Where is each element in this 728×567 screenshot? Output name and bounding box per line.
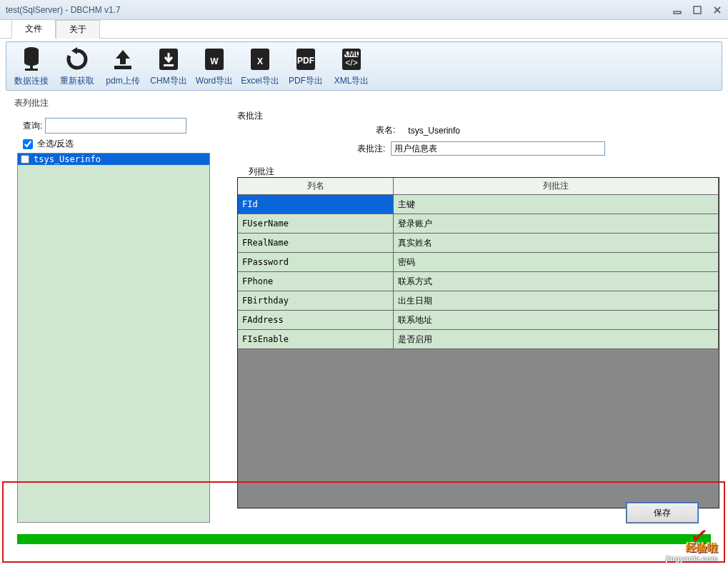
column-name-cell[interactable]: FAddress (238, 311, 394, 330)
column-comment-cell[interactable]: 出生日期 (394, 291, 719, 311)
table-item-checkbox[interactable] (21, 155, 29, 164)
column-row[interactable]: FRealName真实姓名 (238, 234, 719, 253)
query-input[interactable] (45, 118, 186, 134)
selectall-label: 全选/反选 (37, 138, 74, 150)
left-group-label: 表列批注 (14, 97, 49, 109)
table-list[interactable]: tsys_Userinfo (17, 153, 210, 523)
menu-tabs: 文件 关于 (0, 20, 728, 39)
table-item-name: tsys_Userinfo (34, 154, 101, 164)
title-bar: test(SqlServer) - DBCHM v1.7 (0, 0, 728, 20)
tool-label: Excel导出 (241, 75, 279, 87)
column-name-cell[interactable]: FBirthday (238, 291, 394, 311)
column-comment-cell[interactable]: 是否启用 (394, 330, 719, 349)
table-comment-group-label: 表批注 (237, 110, 263, 122)
tool-label: 数据连接 (14, 75, 49, 87)
refresh-button[interactable]: 重新获取 (56, 45, 98, 87)
column-comment-cell[interactable]: 联系地址 (394, 311, 719, 330)
upload-icon (109, 45, 137, 74)
xml-export-button[interactable]: XML</> XML导出 (331, 45, 372, 87)
word-icon: W (200, 45, 229, 74)
column-comment-cell[interactable]: 主键 (394, 195, 719, 214)
table-comment-input[interactable] (391, 141, 605, 156)
status-bar (17, 534, 711, 544)
svg-text:XML: XML (342, 49, 360, 59)
column-row[interactable]: FPhone联系方式 (238, 272, 719, 291)
table-name-label: 表名: (376, 124, 395, 136)
column-row[interactable]: FPassword密码 (238, 253, 719, 272)
column-name-cell[interactable]: FUserName (238, 214, 394, 234)
excel-icon: X (246, 45, 274, 74)
svg-text:X: X (257, 56, 263, 66)
tab-about[interactable]: 关于 (56, 20, 100, 39)
column-name-cell[interactable]: FRealName (238, 234, 394, 253)
svg-rect-1 (694, 6, 701, 14)
column-row[interactable]: FAddress联系地址 (238, 311, 719, 330)
column-name-cell[interactable]: FIsEnable (238, 330, 394, 349)
tool-label: Word导出 (196, 75, 233, 87)
svg-rect-9 (164, 64, 174, 66)
column-row[interactable]: FId主键 (238, 195, 719, 214)
col-header-comment[interactable]: 列批注 (394, 178, 719, 194)
word-export-button[interactable]: W Word导出 (194, 45, 235, 87)
column-row[interactable]: FUserName登录账户 (238, 214, 719, 234)
database-icon (17, 45, 46, 74)
pdf-icon: PDF (291, 45, 320, 74)
pdm-upload-button[interactable]: pdm上传 (102, 45, 144, 87)
column-group-label: 列批注 (249, 166, 274, 178)
column-comment-cell[interactable]: 密码 (394, 253, 719, 272)
svg-rect-7 (114, 66, 131, 69)
tool-label: 重新获取 (60, 75, 94, 87)
close-icon[interactable] (712, 5, 722, 15)
db-connect-button[interactable]: 数据连接 (11, 45, 52, 87)
tool-label: CHM导出 (150, 75, 186, 87)
tool-label: PDF导出 (289, 75, 323, 87)
pdf-export-button[interactable]: PDF PDF导出 (285, 45, 326, 87)
column-grid[interactable]: 列名 列批注 FId主键FUserName登录账户FRealName真实姓名FP… (237, 177, 719, 508)
svg-rect-5 (30, 64, 33, 69)
download-chm-icon (154, 45, 183, 74)
column-comment-cell[interactable]: 真实姓名 (394, 234, 719, 253)
column-name-cell[interactable]: FPassword (238, 253, 394, 272)
table-name-value: tsys_Userinfo (408, 126, 460, 136)
table-list-item[interactable]: tsys_Userinfo (18, 154, 209, 165)
column-row[interactable]: FIsEnable是否启用 (238, 330, 719, 349)
svg-rect-0 (674, 11, 681, 14)
toolbar: 数据连接 重新获取 pdm上传 CHM导出 W Word导出 X Excel导出… (6, 41, 722, 91)
refresh-icon (63, 45, 91, 74)
tool-label: XML导出 (334, 75, 369, 87)
minimize-icon[interactable] (672, 5, 682, 15)
selectall-checkbox[interactable] (23, 139, 33, 149)
column-row[interactable]: FBirthday出生日期 (238, 291, 719, 311)
table-comment-label: 表批注: (357, 143, 385, 155)
svg-text:W: W (210, 56, 219, 66)
save-button[interactable]: 保存 (627, 503, 698, 523)
chm-export-button[interactable]: CHM导出 (148, 45, 189, 87)
maximize-icon[interactable] (692, 5, 702, 15)
tool-label: pdm上传 (106, 75, 139, 87)
column-comment-cell[interactable]: 联系方式 (394, 272, 719, 291)
column-name-cell[interactable]: FId (238, 195, 394, 214)
xml-icon: XML</> (337, 45, 366, 74)
svg-text:</>: </> (345, 58, 357, 68)
column-name-cell[interactable]: FPhone (238, 272, 394, 291)
svg-rect-6 (25, 69, 38, 71)
col-header-name[interactable]: 列名 (238, 178, 394, 194)
column-comment-cell[interactable]: 登录账户 (394, 214, 719, 234)
svg-text:PDF: PDF (297, 56, 314, 66)
excel-export-button[interactable]: X Excel导出 (239, 45, 281, 87)
tab-file[interactable]: 文件 (11, 19, 56, 39)
query-label: 查询: (23, 120, 42, 132)
column-grid-header: 列名 列批注 (238, 178, 719, 195)
window-title: test(SqlServer) - DBCHM v1.7 (6, 5, 672, 15)
